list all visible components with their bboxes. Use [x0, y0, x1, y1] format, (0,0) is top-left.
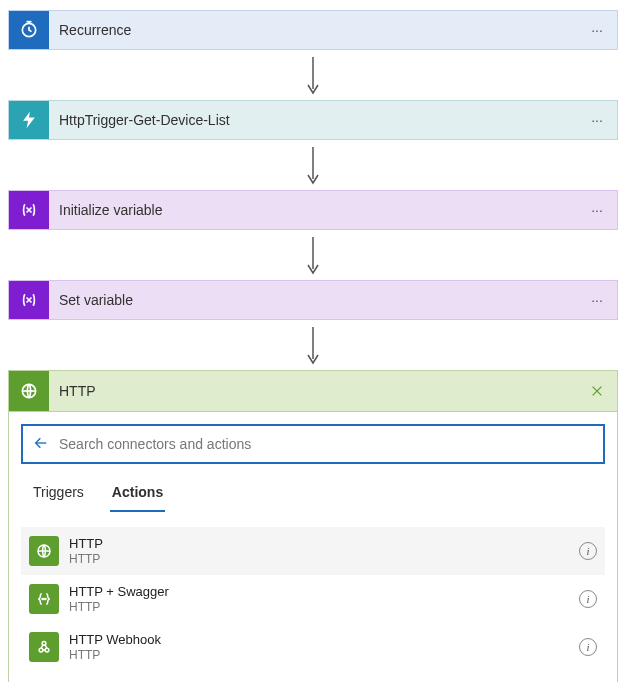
http-header: HTTP	[9, 371, 617, 411]
step-http-expanded: HTTP Triggers Actions HTTP HTTP	[8, 370, 618, 682]
http-title: HTTP	[49, 371, 577, 411]
footer-help: Don't see what you need? Help us decide …	[21, 671, 605, 682]
globe-icon	[29, 536, 59, 566]
flow-arrow	[8, 50, 618, 100]
action-item-http-swagger[interactable]: HTTP + Swagger HTTP i	[21, 575, 605, 623]
more-menu-button[interactable]: ···	[577, 101, 617, 139]
search-box[interactable]	[21, 424, 605, 464]
action-name: HTTP Webhook	[69, 632, 569, 648]
svg-point-12	[45, 648, 49, 652]
step-http-trigger[interactable]: HttpTrigger-Get-Device-List ···	[8, 100, 618, 140]
action-list: HTTP HTTP i HTTP + Swagger HTTP i	[21, 527, 605, 671]
braces-icon	[29, 584, 59, 614]
step-title: HttpTrigger-Get-Device-List	[49, 101, 577, 139]
search-input[interactable]	[59, 436, 593, 452]
lightning-icon	[9, 101, 49, 139]
info-icon[interactable]: i	[579, 590, 597, 608]
svg-point-11	[39, 648, 43, 652]
info-icon[interactable]: i	[579, 542, 597, 560]
variable-icon	[9, 281, 49, 319]
flow-arrow	[8, 320, 618, 370]
action-item-http[interactable]: HTTP HTTP i	[21, 527, 605, 575]
action-item-http-webhook[interactable]: HTTP Webhook HTTP i	[21, 623, 605, 671]
info-icon[interactable]: i	[579, 638, 597, 656]
webhook-icon	[29, 632, 59, 662]
globe-icon	[9, 371, 49, 411]
step-initialize-variable[interactable]: Initialize variable ···	[8, 190, 618, 230]
close-button[interactable]	[577, 371, 617, 411]
action-connector: HTTP	[69, 648, 569, 662]
action-connector: HTTP	[69, 600, 569, 614]
flow-arrow	[8, 140, 618, 190]
action-name: HTTP	[69, 536, 569, 552]
svg-point-10	[45, 598, 46, 599]
more-menu-button[interactable]: ···	[577, 11, 617, 49]
step-recurrence[interactable]: Recurrence ···	[8, 10, 618, 50]
clock-icon	[9, 11, 49, 49]
tabs: Triggers Actions	[21, 464, 605, 512]
variable-icon	[9, 191, 49, 229]
action-name: HTTP + Swagger	[69, 584, 569, 600]
more-menu-button[interactable]: ···	[577, 191, 617, 229]
tab-triggers[interactable]: Triggers	[31, 478, 86, 512]
step-title: Recurrence	[49, 11, 577, 49]
back-arrow-icon[interactable]	[33, 435, 49, 454]
step-set-variable[interactable]: Set variable ···	[8, 280, 618, 320]
more-menu-button[interactable]: ···	[577, 281, 617, 319]
action-connector: HTTP	[69, 552, 569, 566]
step-title: Initialize variable	[49, 191, 577, 229]
svg-point-13	[42, 641, 46, 645]
step-title: Set variable	[49, 281, 577, 319]
tab-actions[interactable]: Actions	[110, 478, 165, 512]
flow-arrow	[8, 230, 618, 280]
